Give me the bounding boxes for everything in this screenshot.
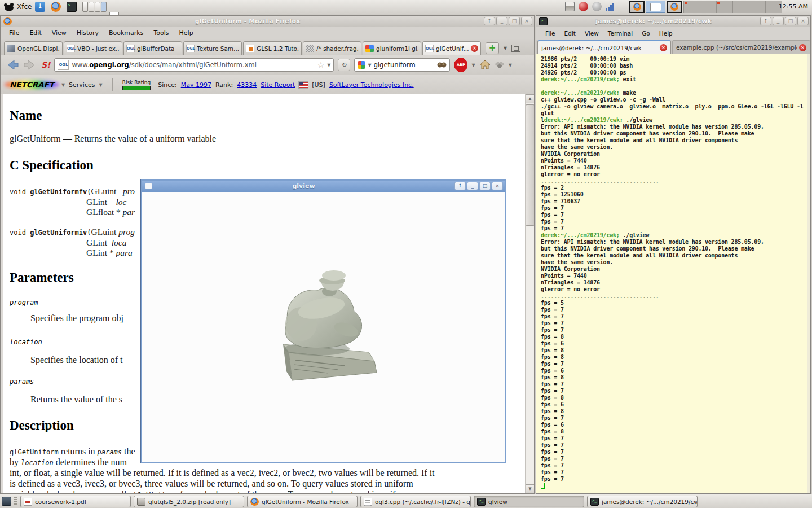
show-desktop-icon[interactable]	[2, 497, 11, 506]
browser-tab-7[interactable]: gluniform1i gl...	[363, 41, 421, 55]
all-tabs-icon[interactable]	[511, 45, 520, 52]
back-button[interactable]	[5, 59, 19, 71]
taskbar-button-2[interactable]: glutglsl5_2.0.zip [read only]	[134, 496, 244, 507]
update-notifier-icon[interactable]	[579, 2, 588, 11]
services-dropdown-icon[interactable]: ▼	[99, 82, 102, 87]
abp-dropdown-icon[interactable]: ▼	[471, 63, 475, 68]
terminal-scrollbar[interactable]	[807, 54, 810, 493]
firefox-menu-help[interactable]: Help	[174, 28, 198, 38]
tab-close-icon[interactable]: ×	[660, 44, 667, 51]
minimize-button[interactable]: _	[467, 182, 478, 190]
close-button[interactable]: ×	[797, 17, 809, 25]
risk-rating-label[interactable]: Risk Rating	[122, 80, 151, 85]
maximize-button[interactable]: □	[509, 17, 520, 25]
taskbar-button-1[interactable]: coursework-1.pdf	[20, 496, 131, 507]
netcraft-dropdown-icon[interactable]: ▼	[61, 82, 65, 87]
iconbox-firefox-2[interactable]	[667, 1, 682, 13]
terminal-menu-help[interactable]: Help	[655, 29, 677, 38]
adblock-plus-icon[interactable]: ABP	[454, 58, 467, 72]
bug-fly-icon[interactable]	[495, 61, 505, 69]
workspace-switcher[interactable]	[82, 2, 107, 12]
terminal-menu-file[interactable]: File	[541, 29, 560, 38]
terminal-menu-edit[interactable]: Edit	[560, 29, 580, 38]
browser-tab-8[interactable]: OGLglGetUnif...×	[422, 41, 481, 55]
iconbox-firefox-1[interactable]	[629, 1, 645, 13]
scroll-up-button[interactable]: ▲	[526, 94, 534, 103]
forward-button[interactable]	[23, 59, 37, 71]
bookmark-star-icon[interactable]: ☆	[317, 60, 325, 69]
terminal-menu-terminal[interactable]: Terminal	[603, 29, 637, 38]
url-text[interactable]: www.opengl.org/sdk/docs/man/xhtml/glGetU…	[72, 61, 314, 69]
glview-canvas[interactable]	[142, 192, 505, 462]
browser-tab-2[interactable]: OGLVBO - just ex...	[64, 41, 122, 55]
reload-button[interactable]: ↻	[338, 59, 350, 71]
firefox-menu-history[interactable]: History	[72, 28, 104, 38]
maximize-button[interactable]: □	[479, 182, 491, 190]
firefox-menu-tools[interactable]: Tools	[148, 28, 174, 38]
toolbar-overflow-icon[interactable]: ▼	[509, 63, 512, 68]
glview-titlebar[interactable]: glview ↑ _ □ ×	[142, 181, 505, 192]
terminal-tab-2[interactable]: example.cpp (~/src/cs/cm20219/example...…	[672, 40, 810, 54]
taskbar-button-6[interactable]: james@derek: ~/.../cm20219/cwk	[587, 496, 698, 507]
printer-tray-icon[interactable]	[565, 2, 575, 11]
terminal-menu-go[interactable]: Go	[637, 29, 655, 38]
globe-tray-icon[interactable]	[592, 2, 602, 11]
workspace-2[interactable]	[89, 2, 94, 12]
close-button[interactable]: ×	[521, 17, 532, 25]
shade-button[interactable]: ↑	[454, 182, 466, 190]
terminal-launcher-icon[interactable]	[67, 2, 77, 12]
terminal-tab-1[interactable]: james@derek: ~/.../cm20219/cwk×	[537, 40, 671, 54]
search-input[interactable]	[374, 61, 435, 69]
terminal-output[interactable]: 21986 pts/2 00:00:19 vim24914 pts/2 00:0…	[536, 54, 810, 493]
binoculars-search-icon[interactable]	[437, 62, 447, 68]
xfce-menu-label[interactable]: Xfce	[17, 2, 32, 12]
browser-tab-1[interactable]: OpenGL Displ...	[4, 41, 63, 55]
iconbox-empty-5[interactable]	[749, 1, 765, 13]
firefox-menu-bookmarks[interactable]: Bookmarks	[104, 28, 148, 38]
netcraft-logo[interactable]: NETCRAFT	[6, 80, 58, 89]
firefox-menu-view[interactable]: View	[47, 28, 72, 38]
site-report-link[interactable]: Site Report	[261, 81, 295, 89]
firefox-menu-edit[interactable]: Edit	[24, 28, 46, 38]
taskbar-button-3[interactable]: glGetUniform - Mozilla Firefox	[247, 496, 358, 507]
home-button[interactable]	[479, 60, 491, 70]
firefox-launcher-icon[interactable]	[51, 2, 61, 12]
taskbar-button-5[interactable]: glview	[474, 496, 584, 507]
iconbox-empty-3[interactable]	[716, 1, 732, 13]
firefox-menu-file[interactable]: File	[4, 28, 24, 38]
maximize-button[interactable]: □	[785, 17, 796, 25]
network-monitor-icon[interactable]	[606, 2, 614, 11]
rank-link[interactable]: 43334	[237, 81, 257, 89]
scrollbar-thumb[interactable]	[526, 104, 534, 226]
terminal-menu-view[interactable]: View	[580, 29, 603, 38]
download-launcher-icon[interactable]: ↓	[35, 2, 45, 12]
url-bar[interactable]: OGL www.opengl.org/sdk/docs/man/xhtml/gl…	[54, 58, 334, 72]
shade-button[interactable]: ↑	[484, 17, 495, 25]
company-link[interactable]: SoftLayer Technologies Inc.	[329, 81, 414, 89]
terminal-titlebar[interactable]: james@derek: ~/.../cm20219/cwk ↑ _ □ ×	[536, 16, 810, 27]
since-link[interactable]: May 1997	[181, 81, 211, 89]
google-engine-icon[interactable]	[358, 61, 365, 69]
close-button[interactable]: ×	[492, 182, 503, 190]
iconbox-empty-1[interactable]	[683, 1, 700, 13]
workspace-1[interactable]	[82, 2, 88, 12]
scrollbar[interactable]: ▲ ▼	[525, 94, 534, 493]
browser-tab-5[interactable]: GLSL 1.2 Tuto...	[243, 41, 302, 55]
tab-close-icon[interactable]: ×	[799, 44, 806, 51]
xfce-menu-button[interactable]	[3, 2, 15, 14]
workspace-4[interactable]	[101, 2, 107, 12]
browser-tab-4[interactable]: OGLTexture Sam...	[183, 41, 242, 55]
shade-button[interactable]: ↑	[760, 17, 771, 25]
workspace-3[interactable]	[95, 2, 100, 12]
iconbox-selected-window[interactable]	[646, 1, 665, 13]
url-dropdown-icon[interactable]: ▼	[327, 63, 330, 68]
minimize-button[interactable]: _	[496, 17, 508, 25]
taskbar-button-4[interactable]: ogl3.cpp (~/.cache/.fr-IJfZNz) - ge...	[360, 496, 471, 507]
engine-dropdown-icon[interactable]: ▼	[368, 63, 371, 68]
iconbox-empty-2[interactable]	[700, 1, 716, 13]
browser-tab-6[interactable]: /* shader.frag...	[303, 41, 361, 55]
search-box[interactable]: ▼	[354, 58, 450, 72]
minimize-button[interactable]: _	[773, 17, 784, 25]
netcraft-services[interactable]: Services	[69, 81, 95, 89]
tab-close-icon[interactable]: ×	[471, 45, 478, 52]
